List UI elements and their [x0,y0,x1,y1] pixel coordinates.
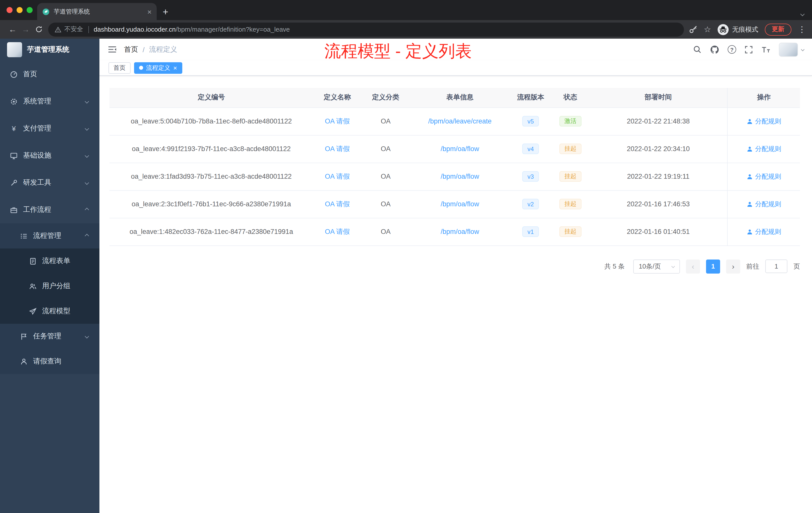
sidebar-item-task-management[interactable]: 任务管理 [0,324,99,349]
sidebar-item-infrastructure[interactable]: 基础设施 [0,142,99,169]
avatar[interactable] [779,42,798,57]
tag-process-definition[interactable]: 流程定义 × [134,62,182,73]
cell-deploy-time: 2022-01-22 19:19:11 [589,163,727,190]
breadcrumb-current: 流程定义 [149,45,177,54]
form-info-link[interactable]: /bpm/oa/flow [441,200,479,208]
version-badge: v4 [522,144,539,154]
assign-rule-button[interactable]: 分配规则 [747,117,781,126]
col-deploy-time: 部署时间 [589,88,727,108]
omnibox-divider [88,26,89,33]
page-header: 首页 / 流程定义 流程模型 - 定义列表 ? [99,39,812,60]
monitor-icon [10,152,18,159]
help-icon[interactable]: ? [728,45,736,54]
prev-page-button[interactable]: ‹ [686,259,700,273]
back-button[interactable]: ← [6,25,19,34]
definition-name-link[interactable]: OA 请假 [325,117,350,125]
cell-category: OA [361,163,410,190]
cell-definition-id: oa_leave:2:3c1f0ef1-76b1-11ec-9c66-a2380… [110,190,313,218]
tab-search-button[interactable] [801,8,804,18]
sidebar-item-process-management[interactable]: 流程管理 [0,223,99,248]
tools-icon [10,179,18,186]
form-info-link[interactable]: /bpm/oa/flow [441,173,479,180]
gear-icon [10,98,18,105]
form-info-link[interactable]: /bpm/oa/flow [441,228,479,235]
user-icon [747,174,753,179]
url-path: /bpm/manager/definition?key=oa_leave [176,26,290,33]
security-chip[interactable]: 不安全 [55,25,83,34]
fullscreen-icon[interactable] [745,46,753,54]
sidebar-item-payment[interactable]: ¥ 支付管理 [0,115,99,142]
search-icon[interactable] [693,45,701,54]
sidebar-item-user-group[interactable]: 用户分组 [0,274,99,299]
col-process-version: 流程版本 [510,88,551,108]
sidebar-fold-button[interactable] [108,46,116,53]
browser-update-button[interactable]: 更新 [765,23,791,35]
incognito-label: 无痕模式 [732,25,758,34]
browser-window: 芋道管理系统 × + ← → 不安全 dashboard.yudao.iocod… [0,0,812,513]
cell-definition-id: oa_leave:5:004b710b-7b8a-11ec-8ef0-acde4… [110,108,313,135]
tag-close-icon[interactable]: × [173,64,177,71]
url-domain: dashboard.yudao.iocoder.cn [94,26,176,33]
bookmark-star-icon[interactable]: ☆ [704,25,711,33]
user-icon [747,201,753,207]
cell-category: OA [361,135,410,163]
sidebar-item-home[interactable]: 首页 [0,61,99,88]
tag-home[interactable]: 首页 [109,62,130,73]
reload-button[interactable] [32,26,45,33]
table-row: oa_leave:4:991f2193-7b7f-11ec-a3c8-acde4… [110,135,800,163]
form-info-link[interactable]: /bpm/oa/leave/create [428,117,492,125]
page-number-1[interactable]: 1 [706,259,720,273]
sidebar: 芋道管理系统 首页 系统管理 ¥ 支付管理 基础设施 [0,39,99,513]
close-window-button[interactable] [6,7,12,13]
minimize-window-button[interactable] [17,7,23,13]
user-icon [20,358,28,365]
goto-page-input[interactable] [765,260,787,273]
tab-close-icon[interactable]: × [147,8,152,15]
sidebar-item-leave-query[interactable]: 请假查询 [0,349,99,374]
yen-icon: ¥ [10,125,18,132]
next-page-button[interactable]: › [726,259,740,273]
breadcrumb-home[interactable]: 首页 [124,45,138,54]
assign-rule-button[interactable]: 分配规则 [747,144,781,153]
reload-icon [35,26,42,33]
version-badge: v2 [522,199,539,209]
col-definition-id: 定义编号 [110,88,313,108]
user-menu[interactable] [779,42,804,57]
main-area: 首页 / 流程定义 流程模型 - 定义列表 ? [99,39,812,513]
sidebar-item-process-form[interactable]: 流程表单 [0,248,99,274]
sidebar-item-system[interactable]: 系统管理 [0,88,99,115]
active-dot [139,66,143,70]
password-key-icon[interactable] [689,25,697,34]
logo-title: 芋道管理系统 [27,45,69,54]
cell-deploy-time: 2022-01-22 21:48:38 [589,108,727,135]
flag-icon [20,333,28,340]
sidebar-item-devtools[interactable]: 研发工具 [0,169,99,196]
assign-rule-button[interactable]: 分配规则 [747,172,781,181]
new-tab-button[interactable]: + [163,7,168,17]
security-label: 不安全 [64,25,83,34]
user-icon [747,229,753,235]
table-row: oa_leave:3:1fad3d93-7b75-11ec-a3c8-acde4… [110,163,800,190]
definition-name-link[interactable]: OA 请假 [325,145,350,152]
page-size-select[interactable]: 10条/页 [633,259,680,273]
breadcrumb: 首页 / 流程定义 [124,45,177,54]
github-icon[interactable] [710,45,719,54]
definition-name-link[interactable]: OA 请假 [325,200,350,208]
browser-tab[interactable]: 芋道管理系统 × [37,3,157,20]
chevron-down-icon [801,48,805,51]
address-bar[interactable]: 不安全 dashboard.yudao.iocoder.cn/bpm/manag… [48,22,684,36]
definition-name-link[interactable]: OA 请假 [325,228,350,235]
col-operation: 操作 [727,88,800,108]
zoom-window-button[interactable] [27,7,33,13]
goto-label: 前往 [746,262,759,271]
assign-rule-button[interactable]: 分配规则 [747,227,781,236]
browser-menu-icon[interactable]: ⋮ [798,25,806,34]
form-info-link[interactable]: /bpm/oa/flow [441,145,479,153]
dashboard-icon [10,70,18,78]
sidebar-item-workflow[interactable]: 工作流程 [0,196,99,223]
assign-rule-button[interactable]: 分配规则 [747,200,781,209]
sidebar-item-process-model[interactable]: 流程模型 [0,299,99,324]
breadcrumb-separator: / [143,46,145,54]
definition-name-link[interactable]: OA 请假 [325,173,350,180]
font-size-icon[interactable] [761,46,770,53]
